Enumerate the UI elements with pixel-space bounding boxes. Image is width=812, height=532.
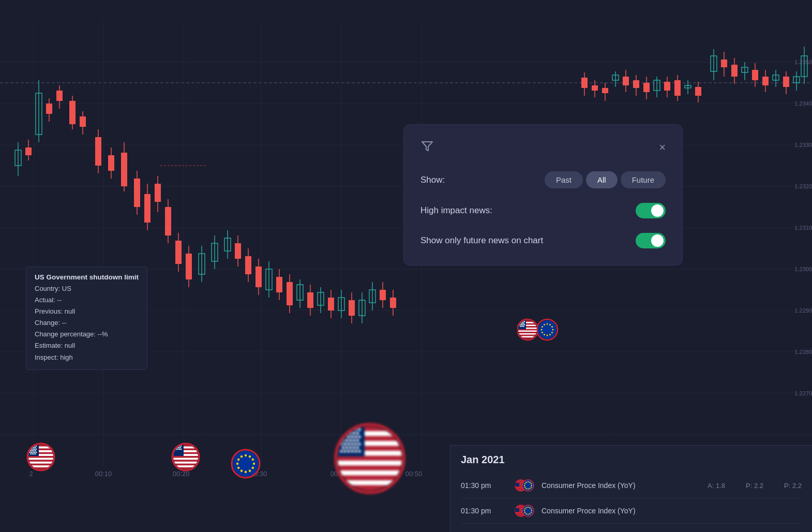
svg-point-72 [36,452,37,453]
svg-point-109 [249,470,251,472]
future-news-label: Show only future news on chart [420,235,543,246]
future-news-row: Show only future news on chart [420,233,666,248]
past-button[interactable]: Past [545,171,583,188]
high-impact-row: High impact news: [420,203,666,218]
show-label: Show: [420,175,445,185]
svg-point-131 [358,428,361,431]
svg-point-200 [542,332,543,333]
tooltip-change: Change: -- [35,317,139,329]
show-filter-row: Show: Past All Future [420,171,666,188]
svg-point-57 [33,447,34,448]
news-time-1: 01:30 pm [461,481,507,490]
svg-point-87 [174,446,175,447]
svg-point-65 [32,450,33,451]
svg-point-188 [523,326,524,327]
close-button[interactable]: × [659,141,666,154]
high-impact-slider [636,203,666,218]
svg-point-9 [529,482,530,483]
svg-point-153 [358,443,361,446]
high-impact-toggle[interactable] [636,203,666,218]
tooltip-title: US Government shutdown limit [35,273,139,281]
show-buttons-group: Past All Future [545,171,666,188]
svg-rect-47 [28,462,53,464]
svg-rect-122 [338,461,402,466]
flag-us-2 [171,442,201,474]
svg-point-178 [524,321,525,322]
svg-point-54 [36,446,37,447]
svg-point-193 [549,324,551,326]
svg-point-150 [348,443,350,446]
svg-point-196 [551,332,553,333]
svg-point-16 [524,486,525,487]
svg-rect-25 [515,508,519,512]
svg-point-164 [358,450,361,453]
svg-point-29 [531,508,532,509]
flag-pair-us-eu [517,318,563,342]
svg-point-145 [349,439,352,442]
svg-point-11 [531,485,532,486]
flag-eu-1 [230,448,261,481]
svg-point-156 [349,447,352,449]
svg-point-33 [528,514,529,515]
svg-point-141 [355,436,357,438]
filter-panel-header: × [420,139,666,156]
future-news-slider [636,233,666,248]
svg-rect-5 [515,483,519,486]
svg-point-62 [34,449,35,450]
svg-point-15 [525,488,527,489]
news-panel: Jan 2021 01:30 pm [450,445,812,532]
svg-point-154 [342,447,344,449]
svg-point-136 [356,432,359,435]
svg-point-32 [529,513,530,514]
svg-point-114 [237,459,239,461]
svg-point-192 [547,323,548,325]
svg-point-100 [181,449,182,450]
svg-point-99 [179,449,180,450]
svg-point-203 [544,324,545,326]
filter-icon [420,139,434,156]
svg-point-27 [528,507,529,508]
svg-point-186 [520,326,521,327]
svg-point-107 [253,463,255,465]
svg-point-28 [529,507,530,508]
svg-point-112 [237,467,239,469]
svg-point-10 [531,483,532,484]
svg-point-155 [345,447,348,449]
svg-rect-172 [518,333,537,335]
svg-rect-83 [173,458,198,460]
svg-point-160 [344,450,347,453]
svg-point-61 [33,449,34,450]
svg-point-35 [524,512,525,513]
flag-us-1 [26,442,56,474]
svg-point-184 [522,324,523,325]
svg-point-38 [525,507,527,508]
svg-point-199 [544,334,545,335]
future-news-toggle[interactable] [636,233,666,248]
svg-point-30 [531,510,532,511]
svg-point-202 [542,326,543,328]
svg-point-197 [549,334,551,335]
svg-point-163 [355,450,357,453]
svg-point-115 [240,455,243,457]
svg-point-198 [547,335,548,336]
svg-point-187 [521,326,522,327]
svg-point-31 [531,512,532,513]
svg-point-98 [177,449,178,450]
svg-point-132 [342,432,344,435]
news-prev-1: P: 2.2 [732,482,763,490]
all-button[interactable]: All [586,171,618,188]
svg-point-158 [356,447,359,449]
news-title-2: Consumer Proce Index (YoY) [542,507,802,515]
svg-point-183 [521,324,522,325]
svg-point-113 [236,463,238,465]
future-button[interactable]: Future [621,171,666,188]
news-actual-1: A: 1.8 [694,482,725,490]
news-title-1: Consumer Proce Index (YoY) [542,481,687,490]
news-item-2: 01:30 pm Consum [461,498,802,524]
svg-point-58 [35,447,36,448]
svg-point-146 [353,439,355,442]
svg-point-144 [345,439,348,442]
svg-point-127 [344,428,347,431]
svg-point-111 [240,470,243,472]
svg-point-18 [524,483,525,484]
